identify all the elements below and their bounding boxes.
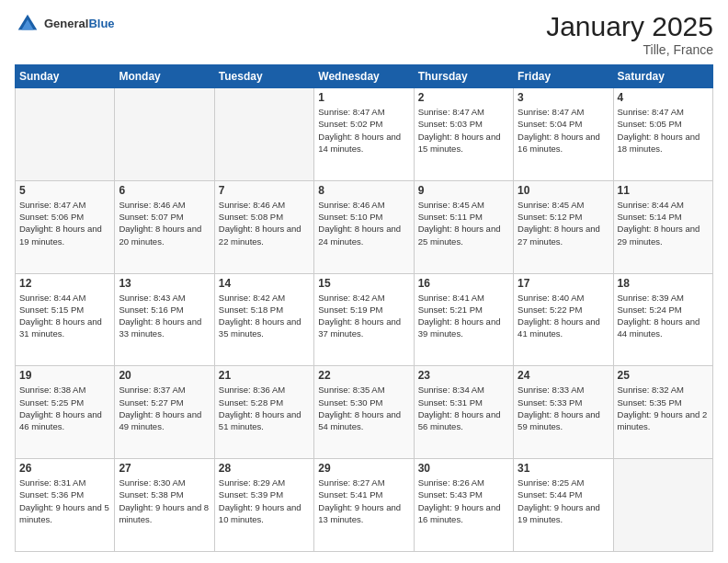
table-row: 17 Sunrise: 8:40 AMSunset: 5:22 PMDaylig… <box>514 273 613 366</box>
table-row: 13 Sunrise: 8:43 AMSunset: 5:16 PMDaylig… <box>115 273 214 366</box>
day-number: 16 <box>418 277 509 290</box>
table-row <box>115 88 214 181</box>
cell-text: Sunrise: 8:43 AMSunset: 5:16 PMDaylight:… <box>119 293 201 339</box>
day-number: 7 <box>219 184 310 197</box>
table-row <box>214 88 313 181</box>
day-number: 17 <box>518 277 609 290</box>
day-number: 27 <box>119 462 210 475</box>
col-thursday: Thursday <box>414 65 513 88</box>
day-number: 29 <box>318 462 409 475</box>
title-block: January 2025 Tille, France <box>546 11 713 57</box>
cell-text: Sunrise: 8:42 AMSunset: 5:19 PMDaylight:… <box>318 293 401 339</box>
table-row: 31 Sunrise: 8:25 AMSunset: 5:44 PMDaylig… <box>514 459 613 552</box>
page: GeneralBlue January 2025 Tille, France S… <box>0 0 728 563</box>
cell-text: Sunrise: 8:26 AMSunset: 5:43 PMDaylight:… <box>418 477 501 524</box>
cell-text: Sunrise: 8:47 AMSunset: 5:02 PMDaylight:… <box>318 107 401 154</box>
cell-text: Sunrise: 8:32 AMSunset: 5:35 PMDaylight:… <box>618 385 708 431</box>
cell-text: Sunrise: 8:31 AMSunset: 5:36 PMDaylight:… <box>19 477 109 524</box>
cell-text: Sunrise: 8:47 AMSunset: 5:04 PMDaylight:… <box>518 107 600 154</box>
day-number: 1 <box>318 91 409 104</box>
calendar-row: 19 Sunrise: 8:38 AMSunset: 5:25 PMDaylig… <box>16 366 713 459</box>
table-row: 6 Sunrise: 8:46 AMSunset: 5:07 PMDayligh… <box>115 180 214 273</box>
day-number: 28 <box>219 462 310 475</box>
cell-text: Sunrise: 8:45 AMSunset: 5:12 PMDaylight:… <box>518 200 600 247</box>
cell-text: Sunrise: 8:44 AMSunset: 5:14 PMDaylight:… <box>618 200 700 247</box>
table-row: 16 Sunrise: 8:41 AMSunset: 5:21 PMDaylig… <box>414 273 513 366</box>
day-number: 9 <box>418 184 509 197</box>
table-row: 19 Sunrise: 8:38 AMSunset: 5:25 PMDaylig… <box>16 366 115 459</box>
col-monday: Monday <box>115 65 214 88</box>
calendar-header-row: Sunday Monday Tuesday Wednesday Thursday… <box>16 65 713 88</box>
day-number: 21 <box>219 369 310 382</box>
day-number: 2 <box>418 91 509 104</box>
table-row: 15 Sunrise: 8:42 AMSunset: 5:19 PMDaylig… <box>314 273 414 366</box>
table-row: 21 Sunrise: 8:36 AMSunset: 5:28 PMDaylig… <box>214 366 313 459</box>
day-number: 11 <box>618 184 709 197</box>
cell-text: Sunrise: 8:36 AMSunset: 5:28 PMDaylight:… <box>219 385 301 431</box>
day-number: 8 <box>318 184 409 197</box>
table-row: 12 Sunrise: 8:44 AMSunset: 5:15 PMDaylig… <box>16 273 115 366</box>
table-row: 25 Sunrise: 8:32 AMSunset: 5:35 PMDaylig… <box>613 366 712 459</box>
table-row: 4 Sunrise: 8:47 AMSunset: 5:05 PMDayligh… <box>613 88 712 181</box>
table-row: 29 Sunrise: 8:27 AMSunset: 5:41 PMDaylig… <box>314 459 414 552</box>
table-row <box>613 459 712 552</box>
table-row: 23 Sunrise: 8:34 AMSunset: 5:31 PMDaylig… <box>414 366 513 459</box>
calendar-row: 12 Sunrise: 8:44 AMSunset: 5:15 PMDaylig… <box>16 273 713 366</box>
logo: GeneralBlue <box>15 11 115 37</box>
table-row: 26 Sunrise: 8:31 AMSunset: 5:36 PMDaylig… <box>16 459 115 552</box>
day-number: 30 <box>418 462 509 475</box>
cell-text: Sunrise: 8:34 AMSunset: 5:31 PMDaylight:… <box>418 385 501 431</box>
table-row: 9 Sunrise: 8:45 AMSunset: 5:11 PMDayligh… <box>414 180 513 273</box>
cell-text: Sunrise: 8:41 AMSunset: 5:21 PMDaylight:… <box>418 293 501 339</box>
logo-blue: Blue <box>88 17 114 30</box>
table-row <box>16 88 115 181</box>
table-row: 22 Sunrise: 8:35 AMSunset: 5:30 PMDaylig… <box>314 366 414 459</box>
cell-text: Sunrise: 8:38 AMSunset: 5:25 PMDaylight:… <box>19 385 102 431</box>
logo-general: General <box>44 17 88 30</box>
day-number: 6 <box>119 184 210 197</box>
cell-text: Sunrise: 8:39 AMSunset: 5:24 PMDaylight:… <box>618 293 700 339</box>
day-number: 13 <box>119 277 210 290</box>
col-saturday: Saturday <box>613 65 712 88</box>
cell-text: Sunrise: 8:47 AMSunset: 5:05 PMDaylight:… <box>618 107 700 154</box>
table-row: 10 Sunrise: 8:45 AMSunset: 5:12 PMDaylig… <box>514 180 613 273</box>
table-row: 20 Sunrise: 8:37 AMSunset: 5:27 PMDaylig… <box>115 366 214 459</box>
col-tuesday: Tuesday <box>214 65 313 88</box>
day-number: 3 <box>518 91 609 104</box>
day-number: 14 <box>219 277 310 290</box>
day-number: 4 <box>618 91 709 104</box>
cell-text: Sunrise: 8:47 AMSunset: 5:06 PMDaylight:… <box>19 200 102 247</box>
cell-text: Sunrise: 8:46 AMSunset: 5:10 PMDaylight:… <box>318 200 401 247</box>
day-number: 23 <box>418 369 509 382</box>
cell-text: Sunrise: 8:25 AMSunset: 5:44 PMDaylight:… <box>518 477 600 524</box>
calendar-row: 26 Sunrise: 8:31 AMSunset: 5:36 PMDaylig… <box>16 459 713 552</box>
table-row: 3 Sunrise: 8:47 AMSunset: 5:04 PMDayligh… <box>514 88 613 181</box>
day-number: 19 <box>19 369 110 382</box>
table-row: 27 Sunrise: 8:30 AMSunset: 5:38 PMDaylig… <box>115 459 214 552</box>
location: Tille, France <box>546 42 713 57</box>
cell-text: Sunrise: 8:27 AMSunset: 5:41 PMDaylight:… <box>318 477 401 524</box>
day-number: 10 <box>518 184 609 197</box>
table-row: 14 Sunrise: 8:42 AMSunset: 5:18 PMDaylig… <box>214 273 313 366</box>
cell-text: Sunrise: 8:45 AMSunset: 5:11 PMDaylight:… <box>418 200 501 247</box>
col-friday: Friday <box>514 65 613 88</box>
table-row: 30 Sunrise: 8:26 AMSunset: 5:43 PMDaylig… <box>414 459 513 552</box>
day-number: 20 <box>119 369 210 382</box>
table-row: 11 Sunrise: 8:44 AMSunset: 5:14 PMDaylig… <box>613 180 712 273</box>
cell-text: Sunrise: 8:47 AMSunset: 5:03 PMDaylight:… <box>418 107 501 154</box>
cell-text: Sunrise: 8:44 AMSunset: 5:15 PMDaylight:… <box>19 293 102 339</box>
cell-text: Sunrise: 8:33 AMSunset: 5:33 PMDaylight:… <box>518 385 600 431</box>
col-wednesday: Wednesday <box>314 65 414 88</box>
day-number: 12 <box>19 277 110 290</box>
day-number: 26 <box>19 462 110 475</box>
month-title: January 2025 <box>546 11 713 42</box>
day-number: 25 <box>618 369 709 382</box>
logo-icon <box>15 11 40 37</box>
day-number: 18 <box>618 277 709 290</box>
cell-text: Sunrise: 8:40 AMSunset: 5:22 PMDaylight:… <box>518 293 600 339</box>
cell-text: Sunrise: 8:46 AMSunset: 5:07 PMDaylight:… <box>119 200 201 247</box>
col-sunday: Sunday <box>16 65 115 88</box>
cell-text: Sunrise: 8:29 AMSunset: 5:39 PMDaylight:… <box>219 477 301 524</box>
table-row: 24 Sunrise: 8:33 AMSunset: 5:33 PMDaylig… <box>514 366 613 459</box>
cell-text: Sunrise: 8:35 AMSunset: 5:30 PMDaylight:… <box>318 385 401 431</box>
